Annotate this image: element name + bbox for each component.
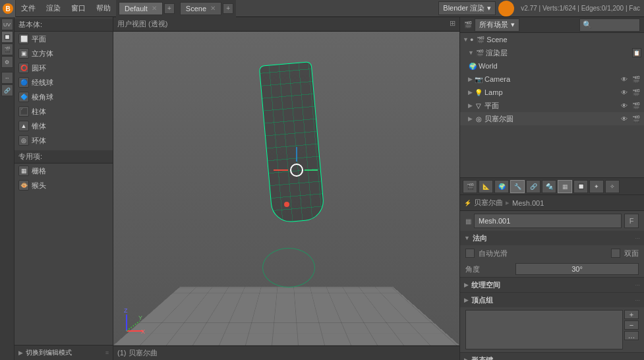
plane-expand: ▶	[468, 102, 473, 109]
scene-camera-item[interactable]: ▶ 📷 Camera 👁 🎬	[460, 73, 644, 86]
bezier-render-btn[interactable]: 🎬	[631, 113, 641, 124]
menu-window[interactable]: 窗口	[66, 0, 91, 17]
add-cone-item[interactable]: ▲ 锥体	[15, 119, 113, 133]
add-uvsphere-item[interactable]: 🔵 经线球	[15, 75, 113, 90]
prop-scene-btn[interactable]: 📐	[479, 180, 493, 193]
breadcrumb-bar: ⚡ 贝塞尔曲 ▸ Mesh.001	[460, 195, 644, 211]
scene-world-item[interactable]: 🌍 World	[460, 59, 644, 73]
cube-icon: ▣	[18, 48, 29, 59]
svg-point-2	[502, 4, 511, 13]
render-layer-btn[interactable]: 📋	[632, 48, 641, 57]
prop-texture-btn[interactable]: ✦	[589, 180, 604, 193]
viewport-expand-icon[interactable]: ⊞	[450, 19, 455, 28]
vertex-group-controls: + − …	[460, 307, 644, 352]
vertex-groups-section: ▶ 顶点组 ··· + − …	[460, 293, 644, 353]
breadcrumb-part2[interactable]: Mesh.001	[512, 199, 544, 207]
mesh-single-user-btn[interactable]: F	[624, 214, 639, 228]
prop-object-btn[interactable]: 🔧	[510, 180, 525, 193]
lamp-render-btn[interactable]: 🎬	[631, 87, 641, 98]
toolbar-physics-icon[interactable]: ⚙	[1, 56, 13, 68]
toolbar-mesh-icon[interactable]: 🔲	[1, 31, 13, 43]
scene-lamp-item[interactable]: ▶ 💡 Lamp 👁 🎬	[460, 86, 644, 99]
shape-keys-header[interactable]: ▶ 形态键 ···	[460, 353, 644, 360]
prop-world-btn[interactable]: 🌍	[494, 180, 509, 193]
bezier-eye-btn[interactable]: 👁	[619, 113, 629, 124]
add-cube-item[interactable]: ▣ 立方体	[15, 46, 113, 61]
prop-particles-btn[interactable]: ✧	[605, 180, 620, 193]
add-icosphere-item[interactable]: 🔷 棱角球	[15, 90, 113, 104]
add-plane-item[interactable]: ⬜ 平面	[15, 32, 113, 46]
transform-gizmo[interactable]	[290, 164, 303, 177]
vertex-group-list[interactable]	[465, 310, 623, 349]
viewport-header: 用户视图 (透视) ⊞	[113, 17, 459, 32]
add-cylinder-item[interactable]: ⬛ 柱体	[15, 104, 113, 119]
breadcrumb-part1[interactable]: 贝塞尔曲	[474, 198, 503, 208]
scene-bezier-item[interactable]: ▶ ◎ 贝塞尔圆 👁 🎬	[460, 112, 644, 125]
viewport[interactable]: 用户视图 (透视) ⊞	[113, 17, 459, 360]
tab-scene-add-button[interactable]: +	[223, 3, 233, 14]
toolbar-uv-icon[interactable]: UV	[1, 18, 13, 30]
prop-render-btn[interactable]: 🎬	[463, 180, 477, 193]
scene-root-item[interactable]: ▼ ● 🎬 Scene	[460, 33, 644, 46]
mode-switch-label[interactable]: 切换到编辑模式	[26, 348, 72, 357]
viewport-footer: (1) 贝塞尔曲	[113, 345, 459, 360]
normals-options-row: 自动光滑 双面	[460, 245, 644, 261]
all-scenes-arrow: ▾	[511, 20, 515, 29]
svg-text:Y: Y	[138, 315, 142, 321]
right-properties-toolbar: 🎬 📐 🌍 🔧 🔗 🔩 ▦ 🔲 ✦ ✧	[460, 178, 644, 195]
vertex-group-remove-btn[interactable]: −	[624, 320, 639, 330]
prop-constraint-btn[interactable]: 🔗	[526, 180, 541, 193]
prop-modifier-btn[interactable]: 🔩	[542, 180, 556, 193]
vertex-groups-header[interactable]: ▶ 顶点组 ···	[460, 293, 644, 307]
camera-render-btn[interactable]: 🎬	[631, 74, 641, 84]
plane-icon: ⬜	[18, 34, 29, 44]
tab-scene-close-icon[interactable]: ✕	[210, 5, 216, 12]
toolbar-transform-icon[interactable]: ↔	[1, 72, 13, 84]
bezier-expand: ▶	[468, 115, 473, 122]
normals-angle-row: 角度 30°	[460, 261, 644, 277]
menu-help[interactable]: 帮助	[91, 0, 116, 17]
render-engine-selector[interactable]: Blender 渲染 ▾	[438, 1, 496, 15]
viewport-status: (1) 贝塞尔曲	[117, 348, 158, 358]
add-monkey-item[interactable]: 🐵 猴头	[15, 178, 113, 193]
monkey-icon: 🐵	[18, 180, 29, 191]
scene-plane-item[interactable]: ▶ ▽ 平面 👁 🎬	[460, 99, 644, 112]
texture-space-header[interactable]: ▶ 纹理空间 ···	[460, 278, 644, 292]
menu-file[interactable]: 文件	[16, 0, 41, 17]
normals-section-header[interactable]: ▼ 法向 ···	[460, 231, 644, 245]
dropdown-arrow-icon: ▾	[487, 4, 491, 13]
add-circle-item[interactable]: ⭕ 圆环	[15, 61, 113, 75]
add-torus-item[interactable]: ◎ 环体	[15, 133, 113, 148]
menu-render[interactable]: 渲染	[41, 0, 66, 17]
all-scenes-button[interactable]: 所有场景 ▾	[475, 18, 519, 32]
tab-close-icon[interactable]: ✕	[152, 5, 157, 12]
auto-smooth-checkbox[interactable]	[465, 249, 475, 258]
tab-add-button[interactable]: +	[164, 3, 175, 14]
vertex-group-side-btns: + − …	[624, 310, 639, 349]
add-grid-item[interactable]: ▦ 栅格	[15, 164, 113, 178]
circle-base	[262, 248, 315, 287]
mesh-name-input[interactable]: Mesh.001	[474, 214, 622, 228]
vertex-group-dots-btn[interactable]: …	[624, 331, 639, 340]
prop-data-btn[interactable]: ▦	[558, 180, 572, 193]
prop-material-btn[interactable]: 🔲	[573, 180, 588, 193]
bezier-controls: 👁 🎬	[619, 113, 641, 124]
right-panel: 🎬 所有场景 ▾ 🔍 ▼ ● 🎬 Scene ▼ 🎬 渲染	[459, 17, 644, 360]
plane-render-btn[interactable]: 🎬	[631, 100, 641, 111]
double-side-checkbox[interactable]	[611, 249, 620, 258]
plane-eye-btn[interactable]: 👁	[619, 100, 629, 111]
vertex-group-add-btn[interactable]: +	[624, 310, 639, 319]
auto-smooth-label: 自动光滑	[479, 249, 508, 258]
angle-input[interactable]: 30°	[515, 263, 639, 275]
svg-text:X: X	[141, 328, 145, 335]
scene-render-layer-item[interactable]: ▼ 🎬 渲染层 📋	[460, 46, 644, 59]
tab-default[interactable]: Default ✕	[119, 2, 163, 15]
gizmo-z-axis	[305, 169, 318, 171]
camera-eye-btn[interactable]: 👁	[619, 74, 629, 84]
toolbar-snap-icon[interactable]: 🔗	[1, 84, 13, 96]
scene-search-input[interactable]: 🔍	[579, 18, 641, 32]
viewport-canvas[interactable]: X Z Y	[113, 32, 459, 345]
tab-scene[interactable]: Scene ✕	[180, 2, 221, 15]
lamp-eye-btn[interactable]: 👁	[619, 87, 629, 98]
toolbar-render-icon[interactable]: 🎬	[1, 44, 13, 55]
